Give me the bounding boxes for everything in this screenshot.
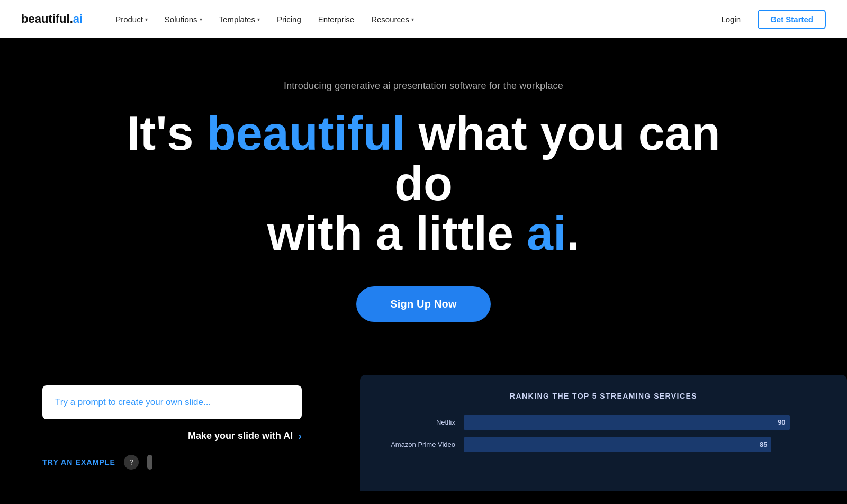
chart-card: RANKING THE TOP 5 STREAMING SERVICES Net…: [360, 375, 847, 491]
nav-product[interactable]: Product ▾: [108, 11, 155, 28]
make-slide-label: Make your slide with AI: [188, 430, 293, 442]
logo-ai: ai: [73, 12, 83, 25]
login-button[interactable]: Login: [713, 11, 749, 28]
hero-heading-part1: It's: [127, 107, 206, 160]
arrow-right-icon: ›: [298, 430, 302, 442]
chart-bar-netflix-wrapper: 90: [464, 415, 826, 430]
chart-title: RANKING THE TOP 5 STREAMING SERVICES: [381, 392, 826, 400]
logo-text: beautiful: [21, 12, 70, 25]
prompt-input-wrapper[interactable]: Try a prompt to create your own slide...: [42, 385, 302, 419]
hero-heading-blue1: beautiful: [207, 107, 406, 160]
nav-enterprise[interactable]: Enterprise: [311, 11, 362, 28]
hero-heading: It's beautiful what you can do with a li…: [106, 109, 741, 259]
help-icon[interactable]: ?: [124, 455, 139, 470]
chart-value-netflix: 90: [778, 418, 785, 426]
prompt-card: Try a prompt to create your own slide...…: [42, 375, 328, 480]
chevron-down-icon: ▾: [411, 16, 414, 22]
chart-label-amazon: Amazon Prime Video: [381, 440, 455, 448]
nav-resources-label: Resources: [371, 15, 409, 24]
chevron-down-icon: ▾: [257, 16, 260, 22]
bottom-section: Try a prompt to create your own slide...…: [0, 375, 847, 491]
nav-pricing[interactable]: Pricing: [269, 11, 309, 28]
chart-bar-netflix: 90: [464, 415, 790, 430]
nav-solutions-label: Solutions: [165, 15, 197, 24]
nav-templates[interactable]: Templates ▾: [212, 11, 267, 28]
chart-bar-amazon: 85: [464, 437, 771, 452]
hero-heading-part2: what you can do: [394, 107, 720, 210]
chevron-down-icon: ▾: [200, 16, 202, 22]
hero-heading-period: .: [566, 207, 580, 260]
hero-heading-part3: with a little: [267, 207, 527, 260]
make-slide-row: Make your slide with AI ›: [42, 430, 302, 442]
nav-product-label: Product: [115, 15, 143, 24]
scroll-handle[interactable]: [147, 455, 152, 470]
navbar-actions: Login Get Started: [713, 10, 826, 29]
chevron-down-icon: ▾: [145, 16, 148, 22]
prompt-placeholder: Try a prompt to create your own slide...: [55, 397, 211, 407]
nav-resources[interactable]: Resources ▾: [364, 11, 421, 28]
nav-solutions[interactable]: Solutions ▾: [157, 11, 210, 28]
chart-label-netflix: Netflix: [381, 418, 455, 426]
hero-section: Introducing generative ai presentation s…: [0, 38, 847, 375]
nav-menu: Product ▾ Solutions ▾ Templates ▾ Pricin…: [108, 11, 713, 28]
hero-subtitle: Introducing generative ai presentation s…: [284, 80, 563, 92]
chart-bar-amazon-wrapper: 85: [464, 437, 826, 452]
logo[interactable]: beautiful.ai: [21, 12, 83, 26]
nav-templates-label: Templates: [219, 15, 255, 24]
try-example-link[interactable]: TRY AN EXAMPLE: [42, 458, 115, 466]
chart-row-netflix: Netflix 90: [381, 415, 826, 430]
chart-value-amazon: 85: [760, 440, 767, 448]
get-started-button[interactable]: Get Started: [758, 10, 826, 29]
navbar: beautiful.ai Product ▾ Solutions ▾ Templ…: [0, 0, 847, 38]
signup-button[interactable]: Sign Up Now: [356, 286, 491, 322]
chart-row-amazon: Amazon Prime Video 85: [381, 437, 826, 452]
try-example-row: TRY AN EXAMPLE ?: [42, 455, 328, 470]
hero-heading-blue2: ai: [527, 207, 566, 260]
